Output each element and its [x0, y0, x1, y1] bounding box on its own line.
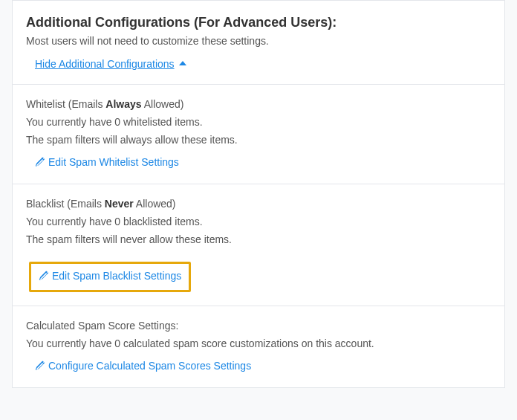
- spam-score-action-row: Configure Calculated Spam Scores Setting…: [26, 360, 491, 374]
- edit-blacklist-button[interactable]: Edit Spam Blacklist Settings: [39, 270, 181, 282]
- blacklist-section: Blacklist (Emails Never Allowed) You cur…: [13, 184, 504, 306]
- whitelist-heading-pre: Whitelist (Emails: [26, 98, 105, 110]
- whitelist-desc: The spam filters will always allow these…: [26, 134, 491, 146]
- whitelist-heading: Whitelist (Emails Always Allowed): [26, 98, 491, 110]
- edit-blacklist-label: Edit Spam Blacklist Settings: [52, 270, 181, 282]
- blacklist-heading-bold: Never: [105, 198, 134, 210]
- edit-whitelist-label: Edit Spam Whitelist Settings: [48, 156, 179, 168]
- whitelist-section: Whitelist (Emails Always Allowed) You cu…: [13, 85, 504, 184]
- pencil-icon: [39, 271, 49, 281]
- blacklist-heading: Blacklist (Emails Never Allowed): [26, 198, 491, 210]
- settings-panel: Additional Configurations (For Advanced …: [12, 4, 505, 388]
- hide-additional-configurations-label: Hide Additional Configurations: [35, 58, 175, 70]
- spam-score-heading: Calculated Spam Score Settings:: [26, 320, 491, 332]
- configure-spam-scores-label: Configure Calculated Spam Scores Setting…: [48, 360, 251, 372]
- configure-spam-scores-button[interactable]: Configure Calculated Spam Scores Setting…: [35, 360, 251, 372]
- whitelist-action-row: Edit Spam Whitelist Settings: [26, 156, 491, 170]
- whitelist-heading-post: Allowed): [142, 98, 184, 110]
- spam-score-count: You currently have 0 calculated spam sco…: [26, 337, 491, 349]
- whitelist-heading-bold: Always: [105, 98, 141, 110]
- blacklist-action-highlight: Edit Spam Blacklist Settings: [29, 262, 191, 292]
- hide-additional-configurations-link[interactable]: Hide Additional Configurations: [35, 58, 186, 70]
- blacklist-desc: The spam filters will never allow these …: [26, 233, 491, 245]
- edit-whitelist-button[interactable]: Edit Spam Whitelist Settings: [35, 156, 179, 168]
- blacklist-heading-pre: Blacklist (Emails: [26, 198, 105, 210]
- spam-score-section: Calculated Spam Score Settings: You curr…: [13, 306, 504, 387]
- pencil-icon: [35, 361, 45, 371]
- blacklist-heading-post: Allowed): [134, 198, 176, 210]
- whitelist-count: You currently have 0 whitelisted items.: [26, 116, 491, 128]
- advanced-config-subtitle: Most users will not need to customize th…: [26, 35, 491, 47]
- chevron-up-icon: [179, 61, 186, 65]
- advanced-config-title: Additional Configurations (For Advanced …: [26, 15, 491, 30]
- pencil-icon: [35, 157, 45, 167]
- blacklist-count: You currently have 0 blacklisted items.: [26, 216, 491, 227]
- advanced-config-header-section: Additional Configurations (For Advanced …: [13, 4, 504, 85]
